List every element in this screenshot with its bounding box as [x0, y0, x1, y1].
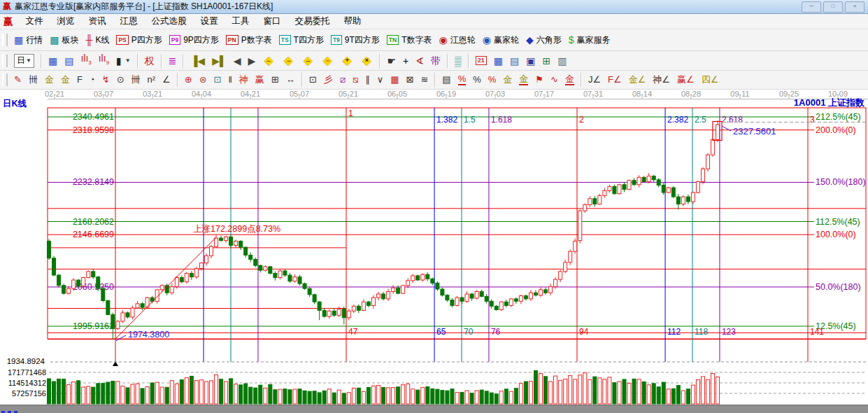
gann-grid-icon[interactable]: 卌 — [25, 72, 41, 88]
list-icon[interactable]: ▤ — [439, 72, 454, 88]
grid-123-icon[interactable]: ⊞ — [268, 72, 283, 88]
minimize-button[interactable]: ─ — [802, 1, 821, 13]
three-bars-icon[interactable]: ılı3 — [77, 53, 94, 69]
toolbar-grip[interactable] — [2, 34, 8, 46]
menu-item-7[interactable]: 窗口 — [257, 14, 288, 29]
t-table-button[interactable]: TNT数字表 — [383, 32, 436, 48]
j-angle-icon[interactable]: J∠ — [585, 72, 604, 88]
gold-grid2-icon[interactable]: 金 — [57, 72, 73, 88]
circle-cross-icon[interactable]: ⊕ — [181, 72, 196, 88]
fan-icon[interactable]: 彡 — [320, 72, 336, 88]
last-page-icon[interactable]: ▶▌ — [208, 53, 230, 69]
9p-square-button[interactable]: P99P四方形 — [166, 32, 222, 48]
chart-canvas[interactable]: 02-2103-0703-2104-0404-2105-0705-2106-05… — [0, 90, 868, 405]
sectors-button[interactable]: ▩板块 — [46, 32, 82, 48]
prev-page-icon[interactable]: ◀ — [230, 53, 245, 69]
notes-icon[interactable]: ▤ — [506, 53, 522, 69]
service-button[interactable]: $赢家服务 — [565, 32, 614, 48]
next-page-icon[interactable]: ▶ — [245, 53, 259, 69]
crosshair-tool-icon[interactable]: + — [399, 53, 412, 69]
span-arrow-icon[interactable]: ↔ — [283, 72, 299, 88]
period-select[interactable]: 日▼ — [10, 53, 38, 69]
star-grid-icon[interactable]: ⊛ — [196, 72, 211, 88]
dense-grid-icon[interactable]: ▦ — [387, 72, 402, 88]
menu-item-3[interactable]: 江恩 — [113, 14, 145, 29]
pct-icon[interactable]: % — [469, 72, 485, 88]
f-grid-icon[interactable]: F — [73, 72, 86, 88]
si-angle-icon[interactable]: 四∠ — [698, 72, 723, 88]
menu-item-1[interactable]: 浏览 — [50, 14, 82, 29]
menu-item-0[interactable]: 文件 — [19, 14, 50, 29]
angle-set-icon[interactable]: ∠ — [159, 72, 174, 88]
triple-lines-icon[interactable]: ≋ — [417, 72, 432, 88]
n-square-icon[interactable]: n² — [144, 72, 159, 88]
time-circle-icon[interactable]: ⊙ — [113, 72, 128, 88]
exrights-icon[interactable]: 权 — [141, 53, 158, 69]
pattern-window-icon[interactable]: ▦ — [45, 53, 61, 69]
calendar-icon[interactable]: 21 — [472, 53, 490, 69]
box-corner-icon[interactable]: ⊡ — [306, 72, 320, 88]
gold-circle-icon[interactable]: 金 — [499, 72, 515, 88]
zoom-in-icon[interactable]: ◆+ — [337, 53, 357, 69]
expand-h-icon[interactable]: ◆↔ — [298, 53, 318, 69]
zoom-out-icon[interactable]: ◆× — [357, 53, 376, 69]
toolbar-grip[interactable] — [2, 74, 8, 86]
info-window-icon[interactable]: ▤ — [61, 53, 77, 69]
shen-angle-icon[interactable]: 神∠ — [649, 72, 674, 88]
pct-line-icon[interactable]: % — [455, 72, 470, 88]
kline-button[interactable]: ╫K线 — [82, 32, 113, 48]
angle-tool-icon[interactable]: ∢ — [412, 53, 427, 69]
gann-wheel-button[interactable]: ◉江恩轮 — [436, 32, 479, 48]
shift-right-icon[interactable]: ◆→ — [278, 53, 298, 69]
fan-box-icon[interactable]: ⧄ — [336, 72, 349, 88]
box-grid-icon[interactable]: ⊡ — [211, 72, 225, 88]
p-table-button[interactable]: PNP数字表 — [222, 32, 276, 48]
brush2-icon[interactable]: ↯ — [99, 72, 113, 88]
gold-angle-icon[interactable]: 金∠ — [625, 72, 650, 88]
ying-angle-icon[interactable]: 赢∠ — [674, 72, 698, 88]
remote-icon[interactable]: ▥ — [554, 53, 570, 69]
first-page-icon[interactable]: ▐◀ — [187, 53, 208, 69]
gold-line-icon[interactable]: 金 — [515, 72, 532, 88]
pattern-match-icon[interactable]: ▒ — [451, 53, 465, 69]
pct-red-icon[interactable]: % — [485, 72, 500, 88]
close-button[interactable]: × — [845, 1, 865, 13]
hand-tool-icon[interactable]: ☛ — [383, 53, 399, 69]
menu-item-6[interactable]: 工具 — [225, 14, 257, 29]
kline-mini-icon[interactable]: ǁ — [225, 72, 235, 88]
hexagon-button[interactable]: ◆六角形 — [522, 32, 565, 48]
volume-profile-icon[interactable]: ≣ — [165, 53, 180, 69]
9t-square-button[interactable]: T99T四方形 — [327, 32, 383, 48]
network-icon[interactable]: ⊞ — [539, 53, 555, 69]
menu-item-4[interactable]: 公式选股 — [145, 14, 194, 29]
maximize-button[interactable]: □ — [823, 1, 843, 13]
save-icon[interactable]: ▣ — [522, 53, 539, 69]
rays-icon[interactable]: ∥ — [362, 72, 373, 88]
menu-item-5[interactable]: 设置 — [194, 14, 225, 29]
gold-red-icon[interactable]: 金 — [562, 72, 578, 88]
shen-grid-icon[interactable]: 神 — [236, 72, 252, 88]
spiral-icon[interactable]: ◔ — [86, 72, 99, 88]
shrink-h-icon[interactable]: ◆⇔ — [318, 53, 337, 69]
flag-icon[interactable]: ⚑ — [532, 72, 547, 88]
menu-item-9[interactable]: 帮助 — [337, 14, 369, 29]
wave-icon[interactable]: ∿ — [547, 72, 562, 88]
grid-lines-icon[interactable]: 卌 — [128, 72, 144, 88]
p-square-button[interactable]: PSP四方形 — [113, 32, 165, 48]
fan-box2-icon[interactable]: ⧅ — [349, 72, 362, 88]
brush-icon[interactable]: ✎ — [10, 72, 25, 88]
calculator-icon[interactable]: ▦ — [490, 53, 506, 69]
quotes-button[interactable]: ▦行情 — [10, 32, 46, 48]
gold-grid-icon[interactable]: 金 — [41, 72, 57, 88]
grid-arrow-icon[interactable]: ⊠ — [403, 72, 418, 88]
t-square-button[interactable]: TST四方形 — [276, 32, 327, 48]
band-tool-icon[interactable]: 带 — [427, 53, 444, 69]
menu-item-2[interactable]: 资讯 — [82, 14, 113, 29]
winner-wheel-button[interactable]: ◉赢家轮 — [479, 32, 522, 48]
trend-line[interactable] — [115, 237, 216, 339]
shift-left-icon[interactable]: ◆← — [259, 53, 278, 69]
toolbar-grip[interactable] — [2, 55, 8, 67]
menu-item-8[interactable]: 交易委托 — [288, 14, 337, 29]
ying-grid-icon[interactable]: 赢 — [252, 72, 268, 88]
f-angle-icon[interactable]: F∠ — [604, 72, 625, 88]
